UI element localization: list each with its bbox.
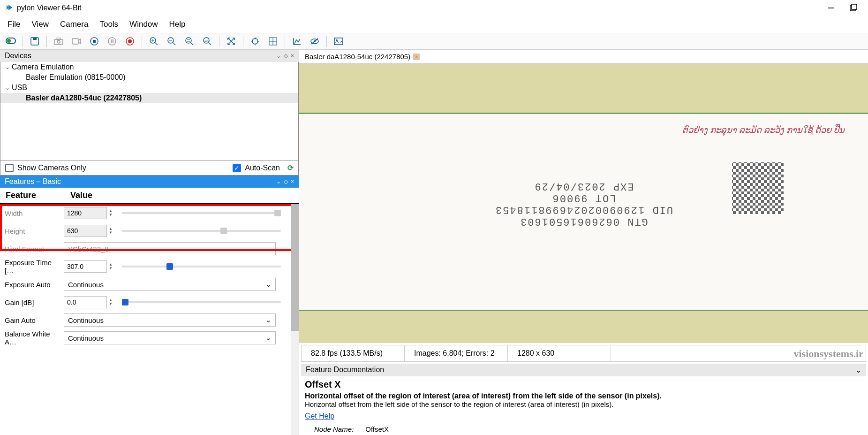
gain-slider[interactable] [122, 299, 281, 305]
stop-icon[interactable] [85, 34, 103, 48]
save-icon[interactable] [26, 34, 44, 48]
auto-scan-label: Auto-Scan [245, 164, 280, 172]
doc-description: Horizontal offset from the left side of … [305, 400, 862, 408]
minimize-button[interactable] [825, 2, 837, 14]
image-overlay-text: ຕົວຢ່າງ ກະລຸນາ ລະມັດ ລະວັງ ການໃຊ້ ດ້ວຍ ປ… [682, 125, 845, 135]
menu-view[interactable]: View [27, 18, 53, 31]
gain-spinner[interactable]: ▲▼ [109, 298, 115, 306]
close-tab-icon[interactable]: × [413, 53, 420, 60]
exptime-slider[interactable] [122, 263, 281, 270]
svg-rect-12 [93, 40, 96, 43]
close-icon[interactable]: × [291, 178, 294, 185]
chevron-down-icon[interactable]: ⌄ [5, 64, 10, 70]
width-slider[interactable] [122, 210, 281, 216]
eye-off-icon[interactable] [306, 34, 324, 48]
chevron-down-icon[interactable]: ⌄ [855, 366, 861, 374]
pixfmt-label: Pixel Format [5, 245, 61, 253]
gainauto-label: Gain Auto [5, 316, 61, 324]
chevron-down-icon: ⌄ [265, 244, 272, 253]
snapshot-icon[interactable] [50, 34, 68, 48]
width-spinner[interactable]: ▲▼ [109, 209, 115, 217]
menu-file[interactable]: File [3, 18, 25, 31]
node-name-label: Node Name: [314, 425, 354, 433]
pause-icon[interactable] [103, 34, 121, 48]
gainauto-select[interactable]: Continuous⌄ [64, 313, 276, 327]
menu-window[interactable]: Window [125, 18, 162, 31]
chevron-down-icon: ⌄ [265, 280, 272, 289]
image-tab[interactable]: Basler daA1280-54uc (22427805) [305, 53, 410, 61]
record-icon[interactable] [121, 34, 139, 48]
get-help-link[interactable]: Get Help [305, 412, 334, 420]
status-bar: 82.8 fps (133.5 MB/s) Images: 6,804; Err… [301, 345, 866, 362]
status-images: Images: 6,804; Errors: 2 [405, 345, 508, 361]
chevron-down-icon[interactable]: ⌄ [276, 178, 281, 185]
pin-icon[interactable]: ◇ [284, 53, 288, 59]
height-slider[interactable] [122, 228, 281, 234]
refresh-icon[interactable]: ⟳ [287, 163, 294, 172]
tree-item-selected[interactable]: Basler daA1280-54uc (22427805) [26, 94, 142, 102]
width-input[interactable] [64, 207, 107, 219]
auto-scan-checkbox[interactable]: ✓ [233, 164, 241, 172]
svg-rect-2 [852, 4, 857, 9]
svg-point-4 [7, 39, 11, 43]
chevron-down-icon[interactable]: ⌄ [5, 84, 10, 91]
grid-icon[interactable] [264, 34, 282, 48]
features-scrollbar[interactable] [291, 204, 299, 435]
svg-rect-9 [57, 38, 60, 39]
exptime-input[interactable] [64, 260, 107, 273]
tree-item[interactable]: Basler Emulation (0815-0000) [26, 73, 126, 82]
svg-rect-14 [111, 39, 112, 43]
width-label: Width [5, 209, 61, 217]
height-input[interactable] [64, 225, 107, 237]
close-icon[interactable]: × [291, 53, 294, 59]
app-icon [6, 4, 13, 13]
qr-code-icon [732, 162, 784, 214]
zoom-100-icon[interactable]: 100 [198, 34, 216, 48]
column-value: Value [70, 191, 92, 200]
zoom-in-icon[interactable] [145, 34, 163, 48]
exptime-spinner[interactable]: ▲▼ [109, 263, 115, 270]
histogram-icon[interactable] [288, 34, 306, 48]
expand-icon[interactable] [222, 34, 240, 48]
doc-panel-header: Feature Documentation ⌄ [301, 364, 866, 376]
devices-tree[interactable]: ⌄Camera Emulation Basler Emulation (0815… [0, 62, 299, 160]
zoom-out-icon[interactable] [163, 34, 181, 48]
target-icon[interactable] [246, 34, 264, 48]
menu-camera[interactable]: Camera [55, 18, 93, 31]
balance-label: Balance White A… [5, 330, 61, 346]
svg-point-8 [57, 40, 60, 43]
status-resolution: 1280 x 630 [508, 345, 611, 361]
svg-point-46 [336, 39, 338, 41]
show-cameras-checkbox[interactable] [5, 164, 14, 172]
svg-line-30 [209, 43, 211, 45]
expauto-select[interactable]: Continuous⌄ [64, 278, 276, 291]
pin-icon[interactable]: ◇ [284, 178, 288, 185]
node-name-value: OffsetX [365, 425, 389, 433]
menu-tools[interactable]: Tools [95, 18, 123, 31]
power-icon[interactable] [2, 34, 20, 48]
tree-group[interactable]: Camera Emulation [12, 63, 74, 71]
zoom-fit-icon[interactable] [181, 34, 198, 48]
svg-line-26 [191, 43, 193, 45]
svg-rect-15 [113, 39, 113, 43]
camera-image-view[interactable]: ຕົວຢ່າງ ກະລຸນາ ລະມັດ ລະວັງ ການໃຊ້ ດ້ວຍ ປ… [299, 64, 868, 343]
balance-select[interactable]: Continuous⌄ [64, 331, 276, 344]
exptime-label: Exposure Time [… [5, 259, 61, 275]
gain-label: Gain [dB] [5, 298, 61, 306]
menu-help[interactable]: Help [165, 18, 190, 31]
svg-rect-6 [33, 38, 37, 40]
svg-point-13 [108, 38, 116, 45]
svg-point-17 [128, 39, 132, 43]
devices-panel-header: Devices ⌄◇× [0, 50, 299, 62]
tree-group[interactable]: USB [12, 84, 27, 92]
pixfmt-select[interactable]: YCbCr422_8⌄ [64, 242, 276, 255]
gain-input[interactable] [64, 296, 107, 308]
svg-point-25 [186, 38, 191, 43]
watermark-text: visionsystems.ir [794, 348, 864, 360]
image-icon[interactable] [330, 34, 347, 48]
chevron-down-icon[interactable]: ⌄ [276, 53, 281, 59]
height-spinner[interactable]: ▲▼ [109, 227, 115, 235]
video-icon[interactable] [68, 34, 85, 48]
show-cameras-label: Show Cameras Only [17, 164, 86, 172]
maximize-button[interactable] [847, 2, 860, 14]
